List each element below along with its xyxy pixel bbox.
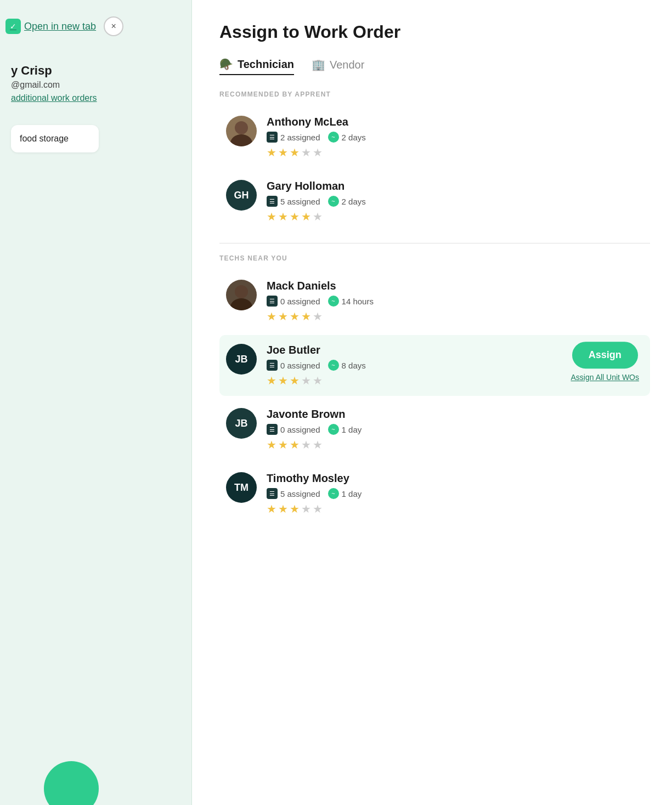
time-icon-javonte: ~ bbox=[328, 424, 339, 435]
tech-meta-javonte: ☰ 0 assigned ~ 1 day bbox=[267, 424, 643, 435]
meta-assigned-mack: ☰ 0 assigned bbox=[267, 296, 320, 307]
meta-time-joe: ~ 8 days bbox=[328, 360, 366, 371]
assigned-count-mack: 0 assigned bbox=[280, 297, 320, 306]
tech-card-mack[interactable]: Mack Daniels ☰ 0 assigned ~ 14 hours ★ ★… bbox=[219, 271, 650, 332]
stars-javonte: ★ ★ ★ ★ ★ bbox=[267, 438, 643, 451]
tech-info-anthony: Anthony McLea ☰ 2 assigned ~ 2 days ★ ★ … bbox=[267, 116, 643, 159]
meta-assigned-javonte: ☰ 0 assigned bbox=[267, 424, 320, 435]
tech-card-javonte[interactable]: JB Javonte Brown ☰ 0 assigned ~ 1 day ★ … bbox=[219, 399, 650, 460]
stars-joe: ★ ★ ★ ★ ★ bbox=[267, 374, 551, 387]
meta-time-mack: ~ 14 hours bbox=[328, 296, 374, 307]
time-timothy: 1 day bbox=[342, 489, 362, 498]
open-new-tab-link[interactable]: ✓ Open in new tab bbox=[5, 19, 96, 34]
user-name: y Crisp bbox=[11, 64, 181, 78]
stars-anthony: ★ ★ ★ ★ ★ bbox=[267, 146, 643, 159]
bottom-circle bbox=[44, 761, 99, 805]
assigned-count-anthony: 2 assigned bbox=[280, 133, 320, 142]
section-divider bbox=[219, 243, 650, 243]
avatar-photo-anthony bbox=[226, 116, 257, 146]
time-icon-anthony: ~ bbox=[328, 132, 339, 143]
stars-timothy: ★ ★ ★ ★ ★ bbox=[267, 502, 643, 515]
avatar-photo-mack bbox=[226, 280, 257, 310]
user-email: @gmail.com bbox=[11, 80, 181, 90]
tab-vendor-label: Vendor bbox=[330, 59, 364, 71]
svg-point-1 bbox=[230, 134, 252, 146]
meta-assigned-gary: ☰ 5 assigned bbox=[267, 196, 320, 207]
avatar-javonte: JB bbox=[226, 408, 257, 439]
meta-assigned-timothy: ☰ 5 assigned bbox=[267, 488, 320, 499]
time-icon-gary: ~ bbox=[328, 196, 339, 207]
time-icon-timothy: ~ bbox=[328, 488, 339, 499]
avatar-mack bbox=[226, 280, 257, 310]
assign-button[interactable]: Assign bbox=[572, 342, 638, 369]
left-card: food storage bbox=[11, 125, 99, 152]
tech-info-mack: Mack Daniels ☰ 0 assigned ~ 14 hours ★ ★… bbox=[267, 280, 643, 323]
meta-time-javonte: ~ 1 day bbox=[328, 424, 362, 435]
tech-info-joe: Joe Butler ☰ 0 assigned ~ 8 days ★ ★ ★ ★… bbox=[267, 344, 551, 387]
time-joe: 8 days bbox=[342, 361, 366, 370]
svg-point-4 bbox=[230, 298, 252, 310]
tab-technician[interactable]: 🪖 Technician bbox=[219, 58, 294, 75]
close-button[interactable]: × bbox=[104, 16, 123, 36]
tab-row: 🪖 Technician 🏢 Vendor bbox=[219, 58, 650, 75]
section-label-near: TECHS NEAR YOU bbox=[219, 254, 650, 262]
svg-point-0 bbox=[235, 121, 248, 134]
assigned-icon-joe: ☰ bbox=[267, 360, 278, 371]
tech-info-gary: Gary Holloman ☰ 5 assigned ~ 2 days ★ ★ … bbox=[267, 180, 643, 223]
top-bar: ✓ Open in new tab × bbox=[0, 0, 192, 47]
meta-assigned-anthony: ☰ 2 assigned bbox=[267, 132, 320, 143]
assign-all-unit-wos-link[interactable]: Assign All Unit WOs bbox=[571, 373, 639, 382]
open-new-tab-icon: ✓ bbox=[5, 19, 21, 34]
avatar-joe: JB bbox=[226, 344, 257, 375]
open-new-tab-label: Open in new tab bbox=[24, 21, 96, 32]
tech-card-timothy[interactable]: TM Timothy Mosley ☰ 5 assigned ~ 1 day ★… bbox=[219, 463, 650, 524]
tech-meta-gary: ☰ 5 assigned ~ 2 days bbox=[267, 196, 643, 207]
assigned-count-gary: 5 assigned bbox=[280, 197, 320, 206]
tech-card-joe[interactable]: JB Joe Butler ☰ 0 assigned ~ 8 days ★ ★ … bbox=[219, 335, 650, 396]
tab-technician-label: Technician bbox=[238, 58, 294, 71]
time-javonte: 1 day bbox=[342, 425, 362, 434]
left-content: y Crisp @gmail.com additional work order… bbox=[0, 47, 192, 163]
tech-info-timothy: Timothy Mosley ☰ 5 assigned ~ 1 day ★ ★ … bbox=[267, 472, 643, 515]
tech-name-anthony: Anthony McLea bbox=[267, 116, 643, 128]
assigned-icon-gary: ☰ bbox=[267, 196, 278, 207]
time-mack: 14 hours bbox=[342, 297, 374, 306]
meta-time-gary: ~ 2 days bbox=[328, 196, 366, 207]
stars-gary: ★ ★ ★ ★ ★ bbox=[267, 210, 643, 223]
time-gary: 2 days bbox=[342, 197, 366, 206]
meta-assigned-joe: ☰ 0 assigned bbox=[267, 360, 320, 371]
time-icon-joe: ~ bbox=[328, 360, 339, 371]
tech-name-mack: Mack Daniels bbox=[267, 280, 643, 292]
left-panel: ✓ Open in new tab × y Crisp @gmail.com a… bbox=[0, 0, 192, 805]
tech-meta-timothy: ☰ 5 assigned ~ 1 day bbox=[267, 488, 643, 499]
technician-icon: 🪖 bbox=[219, 58, 233, 71]
card-text: food storage bbox=[20, 134, 69, 143]
assigned-icon-mack: ☰ bbox=[267, 296, 278, 307]
tech-card-gary[interactable]: GH Gary Holloman ☰ 5 assigned ~ 2 days ★… bbox=[219, 171, 650, 232]
tech-card-anthony[interactable]: Anthony McLea ☰ 2 assigned ~ 2 days ★ ★ … bbox=[219, 107, 650, 168]
assigned-icon-anthony: ☰ bbox=[267, 132, 278, 143]
work-orders-link[interactable]: additional work orders bbox=[11, 93, 181, 103]
assigned-icon-javonte: ☰ bbox=[267, 424, 278, 435]
panel-title: Assign to Work Order bbox=[219, 22, 650, 42]
tech-name-javonte: Javonte Brown bbox=[267, 408, 643, 421]
avatar-anthony bbox=[226, 116, 257, 146]
vendor-icon: 🏢 bbox=[312, 58, 325, 71]
tech-name-gary: Gary Holloman bbox=[267, 180, 643, 192]
meta-time-timothy: ~ 1 day bbox=[328, 488, 362, 499]
section-label-recommended: RECOMMENDED BY APPRENT bbox=[219, 90, 650, 98]
assigned-count-timothy: 5 assigned bbox=[280, 489, 320, 498]
stars-mack: ★ ★ ★ ★ ★ bbox=[267, 310, 643, 323]
right-panel: Assign to Work Order 🪖 Technician 🏢 Vend… bbox=[192, 0, 672, 805]
tech-meta-mack: ☰ 0 assigned ~ 14 hours bbox=[267, 296, 643, 307]
tech-name-timothy: Timothy Mosley bbox=[267, 472, 643, 485]
avatar-gary: GH bbox=[226, 180, 257, 211]
vertical-divider bbox=[191, 0, 192, 805]
tech-info-javonte: Javonte Brown ☰ 0 assigned ~ 1 day ★ ★ ★… bbox=[267, 408, 643, 451]
tech-meta-anthony: ☰ 2 assigned ~ 2 days bbox=[267, 132, 643, 143]
time-icon-mack: ~ bbox=[328, 296, 339, 307]
avatar-timothy: TM bbox=[226, 472, 257, 503]
assigned-count-javonte: 0 assigned bbox=[280, 425, 320, 434]
svg-point-3 bbox=[235, 285, 248, 298]
tab-vendor[interactable]: 🏢 Vendor bbox=[312, 58, 364, 75]
